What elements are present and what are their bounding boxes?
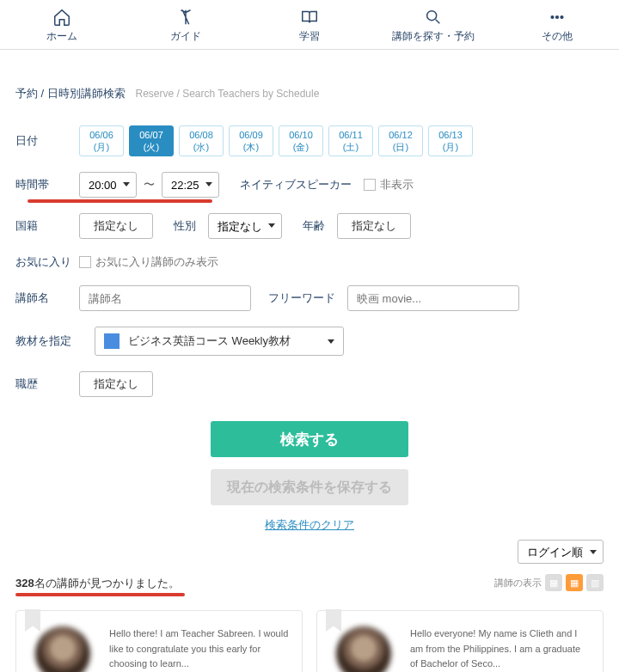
search-icon <box>371 7 495 27</box>
page-title: 予約 / 日時別講師検索 <box>15 87 126 100</box>
view-list-button[interactable]: ▥ <box>586 574 604 591</box>
date-picker: 06/06(月)06/07(火)06/08(水)06/09(木)06/10(金)… <box>79 125 473 156</box>
material-select[interactable]: ビジネス英語コース Weekly教材 <box>95 327 344 356</box>
nav-study[interactable]: 学習 <box>248 0 371 49</box>
nav-label: 講師を探す・予約 <box>371 29 495 44</box>
teacher-intro: Hello everyone! My name is Clieth and I … <box>410 626 591 672</box>
material-value: ビジネス英語コース Weekly教材 <box>128 333 291 349</box>
book-icon <box>248 7 371 27</box>
svg-point-1 <box>551 16 554 19</box>
home-icon <box>0 7 124 27</box>
date-label: 日付 <box>15 133 79 149</box>
gender-label: 性別 <box>174 218 196 234</box>
clear-conditions-link[interactable]: 検索条件のクリア <box>265 517 354 533</box>
avatar <box>35 626 90 672</box>
work-history-label: 職歴 <box>15 376 79 392</box>
date-option[interactable]: 06/10(金) <box>279 125 323 156</box>
guide-icon <box>124 7 248 27</box>
teacher-cards: SabreenHello there! I am Teacher Sabreen… <box>0 595 619 672</box>
search-button[interactable]: 検索する <box>211 421 408 457</box>
date-option[interactable]: 06/09(木) <box>229 125 273 156</box>
checkbox-icon <box>79 256 91 268</box>
age-button[interactable]: 指定なし <box>337 213 411 239</box>
tilde: 〜 <box>144 177 155 192</box>
age-label: 年齢 <box>303 218 325 234</box>
freeword-label: フリーワード <box>268 290 335 306</box>
native-hide-checkbox[interactable]: 非表示 <box>364 177 414 192</box>
material-icon <box>104 333 120 349</box>
native-label: ネイティブスピーカー <box>240 177 352 192</box>
teacher-card[interactable]: CliethHello everyone! My name is Clieth … <box>316 610 604 672</box>
teacher-name-input[interactable] <box>79 285 251 311</box>
checkbox-icon <box>364 179 376 191</box>
time-to-select[interactable]: 22:25 <box>162 172 219 198</box>
nav-label: 学習 <box>248 29 371 44</box>
top-nav: ホーム ガイド 学習 講師を探す・予約 その他 <box>0 0 619 50</box>
material-label: 教材を指定 <box>15 333 95 349</box>
nav-label: その他 <box>495 29 619 44</box>
date-option[interactable]: 06/07(火) <box>129 125 174 156</box>
nav-home[interactable]: ホーム <box>0 0 124 49</box>
date-option[interactable]: 06/08(水) <box>179 125 224 156</box>
nationality-label: 国籍 <box>15 218 79 234</box>
page-subtitle: Reserve / Search Teachers by Schedule <box>135 88 319 100</box>
nav-label: ホーム <box>0 29 124 44</box>
nav-label: ガイド <box>124 29 248 44</box>
view-grid-button[interactable]: ▦ <box>566 574 583 591</box>
time-from-select[interactable]: 20:00 <box>79 172 137 198</box>
work-history-button[interactable]: 指定なし <box>79 371 153 397</box>
date-option[interactable]: 06/13(月) <box>428 125 473 156</box>
view-grid-small-button[interactable]: ▦ <box>545 574 562 591</box>
result-count: 328名の講師が見つかりました。 <box>15 576 180 591</box>
gender-select[interactable]: 指定なし <box>208 213 282 239</box>
date-option[interactable]: 06/12(日) <box>378 125 423 156</box>
svg-point-2 <box>556 16 559 19</box>
view-toggle-label: 講師の表示 <box>494 577 542 590</box>
more-icon <box>495 7 619 27</box>
svg-point-3 <box>561 16 563 19</box>
nav-search-teacher[interactable]: 講師を探す・予約 <box>371 0 495 49</box>
date-option[interactable]: 06/11(土) <box>328 125 373 156</box>
favorite-label: お気に入り <box>15 254 79 270</box>
date-option[interactable]: 06/06(月) <box>79 125 124 156</box>
breadcrumb: 予約 / 日時別講師検索 Reserve / Search Teachers b… <box>15 86 604 101</box>
nationality-button[interactable]: 指定なし <box>79 213 153 239</box>
teacher-intro: Hello there! I am Teacher Sabreen. I wou… <box>109 626 290 672</box>
favorite-only-checkbox[interactable]: お気に入り講師のみ表示 <box>79 254 218 270</box>
view-toggle: 講師の表示 ▦ ▦ ▥ <box>494 574 604 591</box>
time-label: 時間帯 <box>15 177 79 192</box>
save-conditions-button[interactable]: 現在の検索条件を保存する <box>211 469 408 505</box>
sort-select[interactable]: ログイン順 <box>518 540 604 564</box>
teacher-name-label: 講師名 <box>15 290 79 306</box>
freeword-input[interactable] <box>347 285 519 311</box>
svg-point-0 <box>427 11 437 21</box>
nav-more[interactable]: その他 <box>495 0 619 49</box>
avatar <box>336 626 391 672</box>
nav-guide[interactable]: ガイド <box>124 0 248 49</box>
teacher-card[interactable]: SabreenHello there! I am Teacher Sabreen… <box>15 610 303 672</box>
